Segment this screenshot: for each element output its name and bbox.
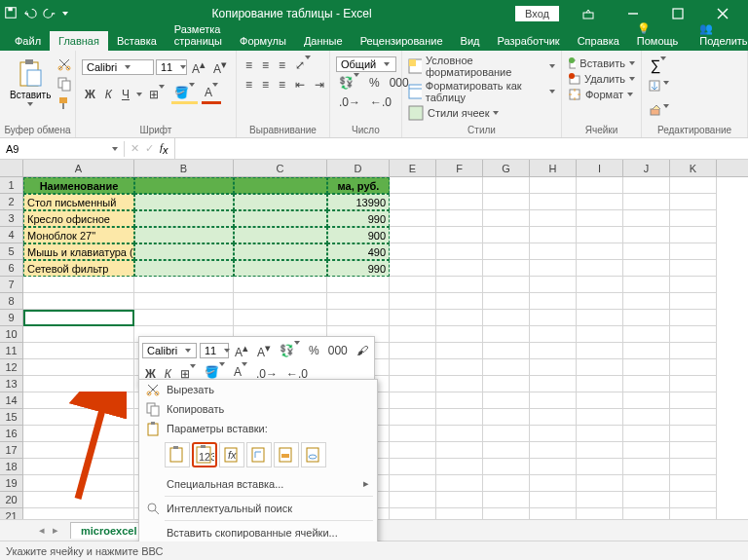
cell[interactable]	[577, 492, 623, 508]
cell[interactable]	[483, 475, 530, 492]
cell[interactable]	[390, 310, 436, 326]
row-header[interactable]: 7	[0, 277, 23, 293]
cell[interactable]	[623, 426, 670, 442]
col-header[interactable]: H	[530, 160, 577, 176]
align-left-icon[interactable]: ≡	[243, 76, 255, 93]
cell[interactable]	[483, 227, 530, 243]
cell[interactable]	[623, 442, 670, 459]
cell-styles[interactable]: Стили ячеек	[408, 105, 555, 121]
cell[interactable]: ма, руб.	[327, 177, 390, 194]
paste-formulas[interactable]: fx	[219, 442, 244, 467]
cell[interactable]	[390, 359, 436, 376]
cell[interactable]	[670, 277, 717, 293]
paste-all[interactable]	[165, 442, 190, 467]
indent-inc-icon[interactable]: ⇥	[312, 76, 327, 93]
cell[interactable]	[670, 409, 717, 426]
cell[interactable]	[390, 442, 436, 459]
cell[interactable]	[390, 392, 436, 409]
cell[interactable]	[577, 260, 623, 277]
row-header[interactable]: 20	[0, 492, 23, 508]
cell[interactable]	[234, 243, 327, 260]
cell[interactable]	[623, 194, 670, 210]
cell[interactable]	[577, 426, 623, 442]
underline-button[interactable]: Ч	[119, 86, 132, 103]
row-header[interactable]: 12	[0, 359, 23, 376]
cell[interactable]: 990	[327, 210, 390, 227]
cell[interactable]	[436, 277, 483, 293]
cell[interactable]	[390, 260, 436, 277]
tell-me[interactable]: 💡 Помощь	[628, 19, 688, 51]
ctx-cut[interactable]: Вырезать	[139, 380, 377, 399]
spreadsheet-grid[interactable]: 1Наименованиема, руб.2Стол письменный139…	[0, 177, 748, 541]
cell[interactable]	[483, 392, 530, 409]
cell[interactable]	[577, 310, 623, 326]
align-right-icon[interactable]: ≡	[276, 76, 288, 93]
row-header[interactable]: 3	[0, 210, 23, 227]
cell[interactable]	[436, 326, 483, 343]
cell[interactable]	[530, 376, 577, 392]
cell[interactable]	[530, 227, 577, 243]
cell[interactable]	[390, 475, 436, 492]
cell[interactable]	[530, 243, 577, 260]
cell[interactable]	[670, 459, 717, 475]
cell[interactable]	[530, 426, 577, 442]
cell[interactable]	[530, 326, 577, 343]
cell[interactable]	[436, 243, 483, 260]
cell[interactable]	[483, 426, 530, 442]
cell[interactable]	[623, 277, 670, 293]
paste-values[interactable]: 123	[192, 442, 217, 467]
cell[interactable]	[436, 426, 483, 442]
ribbon-options-icon[interactable]	[567, 0, 610, 27]
border-icon[interactable]: ⊞	[146, 86, 168, 103]
cell[interactable]	[670, 243, 717, 260]
save-icon[interactable]	[4, 6, 18, 21]
autosum-icon[interactable]: ∑	[651, 56, 667, 73]
fx-icon[interactable]: fx	[160, 141, 168, 156]
cell[interactable]	[436, 177, 483, 194]
cell[interactable]	[436, 260, 483, 277]
cell[interactable]	[390, 409, 436, 426]
col-header[interactable]: F	[436, 160, 483, 176]
cell[interactable]	[670, 492, 717, 508]
cell[interactable]	[23, 326, 134, 343]
tab-data[interactable]: Данные	[295, 31, 352, 51]
cell[interactable]	[577, 326, 623, 343]
paste-transpose[interactable]	[246, 442, 272, 467]
row-header[interactable]: 1	[0, 177, 23, 194]
conditional-formatting[interactable]: Условное форматирование	[408, 55, 555, 78]
cell[interactable]	[23, 343, 134, 359]
cell[interactable]	[577, 293, 623, 310]
increase-font-icon[interactable]: A▴	[189, 56, 208, 78]
delete-cells[interactable]: Удалить	[568, 72, 635, 86]
col-header[interactable]: I	[577, 160, 623, 176]
copy-icon[interactable]	[56, 76, 72, 93]
cell[interactable]	[234, 310, 327, 326]
cell[interactable]	[23, 310, 134, 326]
ctx-paste-special[interactable]: Специальная вставка...▸	[139, 473, 377, 494]
row-header[interactable]: 15	[0, 409, 23, 426]
cell[interactable]	[483, 442, 530, 459]
cell[interactable]	[530, 475, 577, 492]
cell[interactable]	[390, 194, 436, 210]
cell[interactable]	[134, 194, 234, 210]
cell[interactable]	[623, 492, 670, 508]
col-header[interactable]: B	[134, 160, 234, 176]
cell[interactable]	[483, 492, 530, 508]
font-select[interactable]: Calibri	[82, 59, 154, 75]
col-header[interactable]: A	[23, 160, 134, 176]
cell[interactable]	[670, 326, 717, 343]
cell[interactable]	[670, 310, 717, 326]
tab-home[interactable]: Главная	[50, 31, 108, 51]
cell[interactable]	[483, 194, 530, 210]
ctx-smart-lookup[interactable]: Интеллектуальный поиск	[139, 499, 377, 518]
cell[interactable]	[390, 343, 436, 359]
sheet-tab[interactable]: microexcel	[70, 522, 147, 539]
decrease-decimal-icon[interactable]: ←.0	[367, 93, 394, 111]
tab-dev[interactable]: Разработчик	[489, 31, 569, 51]
row-header[interactable]: 11	[0, 343, 23, 359]
cell[interactable]	[436, 210, 483, 227]
row-header[interactable]: 9	[0, 310, 23, 326]
cell[interactable]	[670, 376, 717, 392]
cell[interactable]	[134, 293, 234, 310]
align-top-icon[interactable]: ≡	[243, 56, 255, 74]
